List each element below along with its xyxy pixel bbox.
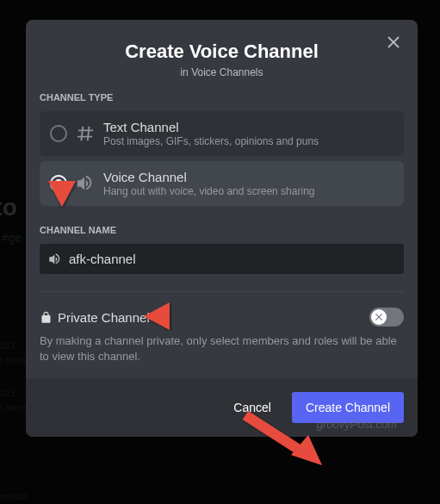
private-description: By making a channel private, only select… — [40, 333, 404, 364]
divider — [40, 291, 404, 292]
watermark: groovyPost.com — [317, 418, 397, 431]
channel-name-input[interactable] — [69, 252, 395, 266]
type-title: Text Channel — [103, 120, 394, 134]
channel-type-group: Text Channel Post images, GIFs, stickers… — [40, 111, 404, 206]
type-text-wrap: Text Channel Post images, GIFs, stickers… — [103, 120, 394, 147]
channel-name-input-wrap[interactable] — [40, 244, 404, 274]
radio-voice-channel[interactable] — [50, 175, 67, 192]
private-label-wrap: Private Channel — [40, 310, 150, 325]
type-desc: Hang out with voice, video and screen sh… — [103, 185, 394, 197]
radio-text-channel[interactable] — [50, 125, 67, 142]
private-channel-row: Private Channel — [40, 308, 404, 327]
toggle-knob — [371, 309, 387, 325]
speaker-icon — [76, 174, 95, 193]
close-button[interactable] — [383, 32, 404, 53]
modal-body: CHANNEL TYPE Text Channel Post images, G… — [26, 92, 418, 378]
hash-icon — [76, 124, 95, 143]
type-desc: Post images, GIFs, stickers, opinions an… — [103, 135, 394, 147]
speaker-icon — [48, 252, 62, 266]
create-channel-modal: Create Voice Channel in Voice Channels C… — [26, 20, 418, 437]
private-toggle[interactable] — [369, 308, 404, 327]
modal-header: Create Voice Channel in Voice Channels — [26, 20, 418, 92]
type-text-wrap: Voice Channel Hang out with voice, video… — [103, 170, 394, 197]
modal-subtitle: in Voice Channels — [40, 66, 404, 78]
type-title: Voice Channel — [103, 170, 394, 184]
lock-icon — [40, 311, 53, 324]
cancel-button[interactable]: Cancel — [220, 394, 285, 421]
channel-type-text[interactable]: Text Channel Post images, GIFs, stickers… — [40, 111, 404, 156]
private-label: Private Channel — [58, 310, 150, 325]
close-icon — [385, 34, 402, 51]
channel-name-label: CHANNEL NAME — [40, 225, 404, 235]
channel-type-voice[interactable]: Voice Channel Hang out with voice, video… — [40, 161, 404, 206]
modal-title: Create Voice Channel — [40, 40, 404, 63]
channel-type-label: CHANNEL TYPE — [40, 92, 404, 103]
